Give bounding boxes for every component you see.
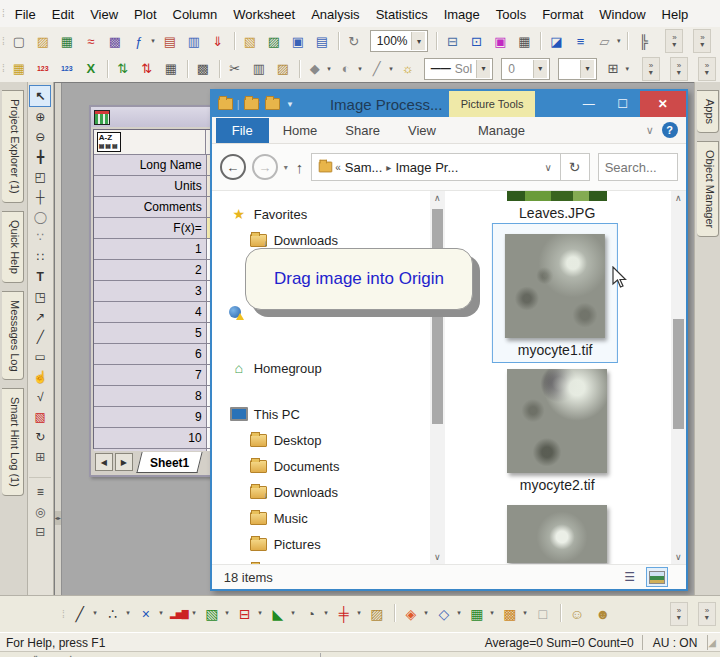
row-header-cell[interactable]: Units [94, 176, 207, 196]
menu-item[interactable]: Edit [44, 3, 82, 26]
combo-dropdown-icon[interactable]: ▾ [476, 60, 490, 78]
row-header-cell[interactable]: 1 [94, 239, 207, 259]
text-tool[interactable]: T [30, 267, 50, 287]
draw-data-tool[interactable]: ∷ [30, 247, 50, 267]
nav-downloads[interactable]: Downloads [212, 479, 445, 505]
box-chart-icon[interactable]: ⊟ [233, 602, 257, 626]
combo-dropdown-icon[interactable]: ▾ [580, 60, 594, 78]
scroll-up-icon[interactable]: ∧ [671, 191, 686, 206]
set-column-values-icon[interactable]: 123 [56, 58, 78, 80]
sheet-tab[interactable]: Sheet1 [136, 452, 203, 473]
dock-tab[interactable]: Smart Hint Log (1) [2, 388, 24, 496]
paste-icon[interactable]: ▨ [272, 58, 294, 80]
row-header-cell[interactable]: 5 [94, 323, 207, 343]
dock-splitter[interactable]: ◂▸ [55, 83, 62, 596]
new-matrix-icon[interactable]: ▩ [104, 30, 126, 52]
nav-documents[interactable]: Documents [212, 453, 445, 479]
menu-item[interactable]: Analysis [303, 3, 367, 26]
scrollbar-thumb[interactable] [673, 319, 684, 429]
scroll-up-icon[interactable]: ∧ [430, 191, 445, 206]
menu-item[interactable]: Worksheet [225, 3, 303, 26]
import-wizard-icon[interactable]: ⇓ [207, 30, 229, 52]
zoom-out-tool[interactable]: ⊖ [30, 127, 50, 147]
highlight-icon[interactable]: ☼ [397, 58, 419, 80]
dock-tab[interactable]: Project Explorer (1) [2, 90, 24, 203]
copy-icon[interactable]: ▥ [248, 58, 270, 80]
folder-icon[interactable] [218, 98, 233, 110]
screen-reader-tool[interactable]: ◰ [30, 167, 50, 187]
myocyte2-thumbnail[interactable] [507, 369, 607, 473]
sheet-prev-icon[interactable]: ◀ [95, 453, 113, 471]
scatter-plot-icon[interactable]: ∴ [101, 602, 125, 626]
dock-tab[interactable]: Messages Log [2, 291, 24, 381]
dock-tab[interactable]: Object Manager [697, 141, 719, 237]
reimport-icon[interactable]: ⇅ [112, 58, 134, 80]
toolbar-overflow-button[interactable]: »▾ [642, 57, 660, 81]
breadcrumb-item[interactable]: Sam... [345, 160, 383, 175]
cut-icon[interactable]: ✂ [224, 58, 246, 80]
row-header-cell[interactable]: Comments [94, 197, 207, 217]
scatter-3d-icon[interactable]: ◇ [432, 602, 456, 626]
line-symbol-plot-icon[interactable]: × [134, 602, 158, 626]
forward-button[interactable]: → [252, 154, 278, 180]
borders-icon[interactable]: ⊞ [602, 58, 624, 80]
nav-homegroup[interactable]: ⌂ Homegroup [212, 355, 445, 381]
close-button[interactable]: ✕ [640, 91, 686, 117]
cube-3d-tool[interactable]: ⊞ [30, 447, 50, 467]
open-excel-icon[interactable]: ▨ [263, 30, 285, 52]
line-tool[interactable]: ╱ [30, 327, 50, 347]
scroll-down-icon[interactable]: ∨ [671, 550, 686, 565]
new-workbook-icon[interactable]: ▦ [56, 30, 78, 52]
copy-columns-icon[interactable]: ▩ [192, 58, 214, 80]
layer-list-tool[interactable]: ≡ [29, 477, 51, 502]
row-header-cell[interactable]: 6 [94, 344, 207, 364]
breadcrumb-item[interactable]: Image Pr... [395, 160, 458, 175]
menu-item[interactable]: Format [534, 3, 591, 26]
ribbon-collapse-icon[interactable]: ∨ [646, 124, 654, 137]
sheet-next-icon[interactable]: ▶ [115, 453, 133, 471]
new-graph-icon[interactable]: ≈ [80, 30, 102, 52]
rotate-tool[interactable]: ↻ [30, 427, 50, 447]
mask-region-tool[interactable]: ◯ [30, 207, 50, 227]
arrange-windows-icon[interactable]: ▱ [593, 30, 615, 52]
row-header-cell[interactable]: 8 [94, 386, 207, 406]
combo-dropdown-icon[interactable]: ▾ [411, 32, 425, 50]
file-item-myocyte2[interactable]: myocyte2.tif [507, 369, 607, 493]
nav-music[interactable]: Music [212, 505, 445, 531]
layer-bars-icon[interactable]: ≡ [569, 30, 591, 52]
details-view-button[interactable]: ☰ [620, 568, 640, 586]
transpose-icon[interactable]: ▦ [160, 58, 182, 80]
resize-grip-icon[interactable]: ◢ [708, 637, 720, 648]
template-library-icon[interactable]: ▧ [200, 602, 224, 626]
minimize-button[interactable]: — [572, 91, 606, 117]
image-window-icon[interactable]: ▣ [489, 30, 511, 52]
line-width-combo[interactable]: 0▾ [501, 58, 550, 80]
menu-item[interactable]: Column [165, 3, 226, 26]
object-connect-icon[interactable]: ╠ [632, 30, 654, 52]
leaves-thumbnail[interactable] [507, 191, 607, 201]
tab-file[interactable]: File [216, 118, 269, 143]
menu-item[interactable]: Window [591, 3, 653, 26]
history-dropdown-icon[interactable]: ▾ [284, 163, 288, 172]
refresh-button[interactable]: ↻ [561, 153, 590, 181]
menu-item[interactable]: Statistics [368, 3, 436, 26]
ribbon-tab[interactable]: View [394, 119, 450, 142]
search-input[interactable] [598, 153, 678, 181]
menu-item[interactable]: Tools [488, 3, 534, 26]
row-header-cell[interactable]: Long Name [94, 155, 207, 175]
help-icon[interactable]: ? [662, 122, 678, 138]
pattern-icon[interactable]: ◐ [335, 58, 357, 80]
area-plot-icon[interactable]: ◣ [266, 602, 290, 626]
line-color-icon[interactable]: ╱ [366, 58, 388, 80]
save-template-icon[interactable]: ▤ [311, 30, 333, 52]
rectangle-tool[interactable]: ▭ [30, 347, 50, 367]
row-header-cell[interactable]: 10 [94, 428, 207, 448]
mask-data-icon[interactable]: ☺ [565, 602, 589, 626]
menu-item[interactable]: File [7, 3, 44, 26]
new-layout-icon[interactable]: ▤ [159, 30, 181, 52]
row-header-cell[interactable]: 7 [94, 365, 207, 385]
toolbar-overflow-button[interactable]: »▾ [698, 57, 716, 81]
scroll-down-icon[interactable]: ∨ [430, 550, 445, 565]
new-notes-icon[interactable]: ▥ [183, 30, 205, 52]
unmask-data-icon[interactable]: ☻ [591, 602, 615, 626]
